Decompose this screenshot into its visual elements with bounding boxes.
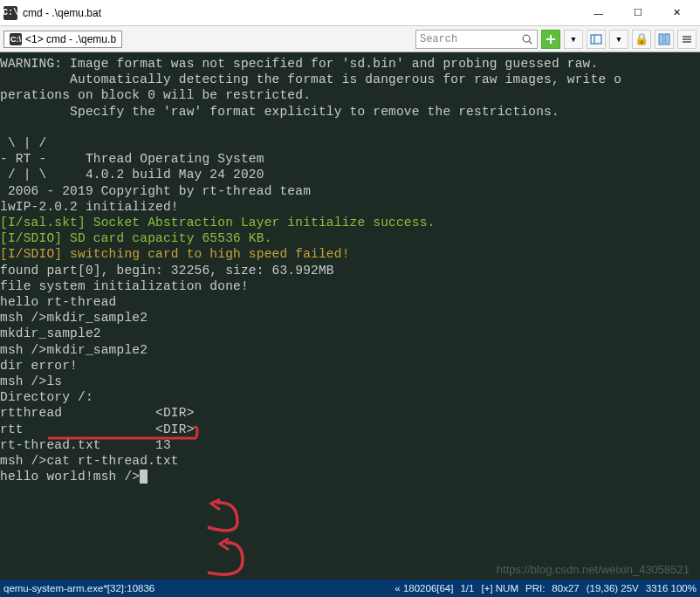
svg-point-0 [523,35,530,42]
new-tab-button[interactable] [541,30,560,49]
window-titlebar: C:\ cmd - .\qemu.bat — ☐ ✕ [0,0,700,26]
terminal-icon: C:\ [10,33,22,45]
close-button[interactable]: ✕ [657,0,697,25]
panel-icon [590,33,602,45]
svg-line-1 [529,41,532,44]
status-size: 80x27 [552,583,579,594]
status-encoding: « 180206[64] [395,583,453,594]
status-extra: 3316 100% [646,583,697,594]
dropdown-button[interactable]: ▾ [564,30,583,49]
layout-button[interactable] [655,30,674,49]
window-title: cmd - .\qemu.bat [23,7,579,19]
status-process: qemu-system-arm.exe*[32]:10836 [3,583,154,594]
lock-button[interactable]: 🔒 [632,30,651,49]
maximize-button[interactable]: ☐ [618,0,657,25]
layout-icon [658,33,670,45]
status-coord: (19,36) 25V [587,583,639,594]
terminal-output[interactable]: WARNING: Image format was not specified … [0,52,700,580]
hamburger-icon [681,33,693,45]
tab-label: <1> cmd - .\qemu.b [25,33,116,45]
search-input[interactable]: Search [415,30,538,49]
search-icon [521,33,533,45]
window-controls: — ☐ ✕ [579,0,697,25]
svg-rect-6 [659,34,663,45]
minimize-button[interactable]: — [579,0,618,25]
svg-rect-4 [591,35,601,44]
status-bar: qemu-system-arm.exe*[32]:10836 « 180206[… [0,580,700,597]
menu-button[interactable] [677,30,697,49]
status-priority: PRI: [525,583,545,594]
panel-button[interactable] [587,30,606,49]
search-placeholder: Search [420,33,521,45]
terminal-cursor [140,470,148,484]
app-icon: C:\ [3,6,17,20]
plus-icon [546,34,556,45]
tab-active[interactable]: C:\ <1> cmd - .\qemu.b [3,31,122,48]
dropdown-button-2[interactable]: ▾ [609,30,628,49]
svg-rect-7 [665,34,669,45]
status-numlock: [+] NUM [481,583,518,594]
status-position: 1/1 [460,583,474,594]
toolbar: C:\ <1> cmd - .\qemu.b Search ▾ ▾ 🔒 [0,26,700,52]
